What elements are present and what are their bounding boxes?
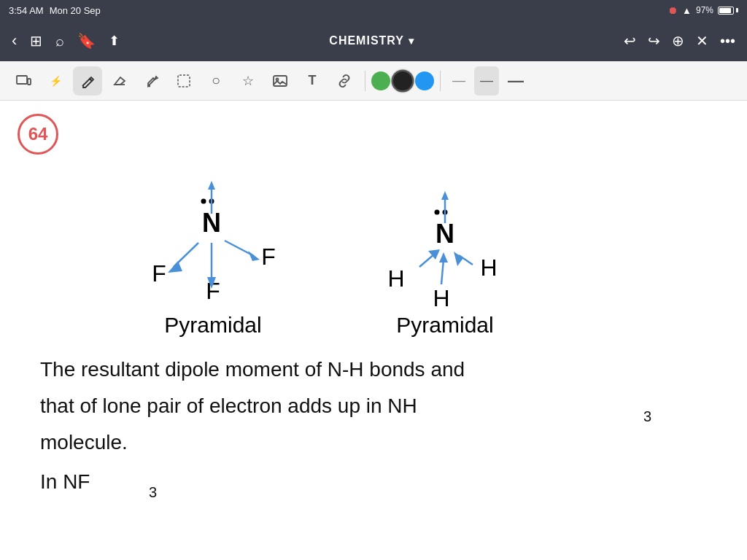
svg-point-8 [201,199,206,204]
svg-line-31 [441,260,444,284]
title-dropdown-chevron[interactable]: ▾ [409,35,414,47]
pen-tool[interactable] [73,66,102,96]
add-page-button[interactable]: ⊕ [672,32,684,50]
svg-marker-26 [441,191,449,200]
back-button[interactable]: ‹ [12,31,17,50]
share-button[interactable]: ⬆ [109,33,120,49]
main-content: 64 N F F F Pyramidal N [0,101,747,560]
svg-text:3: 3 [643,408,651,424]
time-display: 3:54 AM [9,5,44,16]
color-green[interactable] [371,71,390,90]
svg-text:In  NF: In NF [40,470,90,493]
separator-2 [440,71,441,91]
wifi-icon: ▲ [682,5,692,16]
svg-text:F: F [261,244,276,270]
dash-thin[interactable]: — [446,66,471,96]
selection-tool[interactable] [169,66,198,96]
svg-marker-11 [208,181,215,190]
dash-medium[interactable]: — [474,66,499,96]
svg-text:H: H [387,265,404,292]
status-left: 3:54 AM Mon 20 Sep [9,5,101,16]
svg-text:H: H [480,254,497,281]
link-tool[interactable] [330,66,359,96]
eraser-tool[interactable] [105,66,134,96]
svg-marker-20 [248,251,260,261]
toolbar-right: ↩ ↪ ⊕ ✕ ••• [624,32,735,50]
svg-text:Pyramidal: Pyramidal [164,313,261,337]
top-toolbar: ‹ ⊞ ⌕ 🔖 ⬆ CHEMISTRY ▾ ↩ ↪ ⊕ ✕ ••• [0,20,747,61]
svg-text:molecule.: molecule. [40,431,128,454]
svg-text:F: F [152,260,166,287]
tools-toolbar: ⚡ ○ ☆ T [0,61,747,101]
redo-button[interactable]: ↪ [648,32,660,50]
svg-text:N: N [436,219,454,249]
color-black[interactable] [393,71,412,90]
star-tool[interactable]: ☆ [233,66,263,96]
battery-percent: 97% [696,5,713,15]
record-icon: ⏺ [667,4,678,16]
svg-rect-4 [178,75,190,87]
bookmark-button[interactable]: 🔖 [77,32,96,50]
status-bar: 3:54 AM Mon 20 Sep ⏺ ▲ 97% [0,0,747,20]
svg-marker-14 [168,261,182,273]
toolbar-center: CHEMISTRY ▾ [329,34,414,47]
dash-thick[interactable]: — [502,66,530,96]
svg-text:H: H [433,285,449,311]
image-tool[interactable] [266,66,295,96]
undo-button[interactable]: ↩ [624,32,636,50]
svg-point-23 [435,210,440,215]
color-blue[interactable] [415,71,434,90]
close-button[interactable]: ✕ [696,32,708,50]
more-button[interactable]: ••• [720,33,735,50]
svg-marker-35 [454,252,463,266]
svg-rect-1 [28,79,31,85]
toolbar-left: ‹ ⊞ ⌕ 🔖 ⬆ [12,31,120,50]
svg-rect-0 [17,76,27,84]
text-tool[interactable]: T [298,66,327,96]
svg-text:Pyramidal: Pyramidal [396,313,493,337]
bluetooth-icon: ⚡ [41,66,70,96]
screenshot-tool[interactable] [9,66,38,96]
svg-text:The resultant dipole moment of: The resultant dipole moment of N-H bonds… [40,358,465,381]
grid-button[interactable]: ⊞ [30,32,42,50]
highlighter-tool[interactable] [137,66,166,96]
svg-text:3: 3 [149,484,157,500]
chemistry-diagram: N F F F Pyramidal N H [0,101,747,560]
svg-marker-32 [439,252,448,262]
battery-icon [718,7,738,15]
svg-text:that of lone pair of electron : that of lone pair of electron adds up in… [40,394,417,417]
separator-1 [365,71,365,91]
status-right: ⏺ ▲ 97% [667,4,738,16]
date-display: Mon 20 Sep [50,5,101,16]
search-button[interactable]: ⌕ [55,33,64,50]
document-title: CHEMISTRY [329,34,404,47]
lasso-tool[interactable]: ○ [201,66,231,96]
